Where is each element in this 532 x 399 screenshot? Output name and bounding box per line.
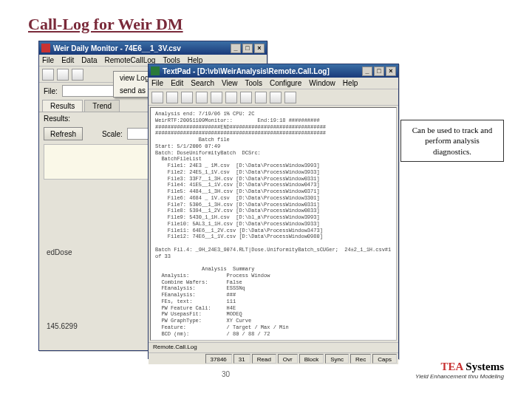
toolbar-icon[interactable] <box>284 92 296 103</box>
toolbar-icon[interactable] <box>181 92 193 103</box>
status-ovr: Ovr <box>278 354 298 364</box>
results-label: Results: <box>44 115 70 123</box>
footer-brand: TEA Systems Yield Enhancement thru Model… <box>415 361 504 380</box>
toolbar-icon[interactable] <box>166 92 178 103</box>
weir-lower-number: 145.6299 <box>47 322 78 330</box>
status-cell: 31 <box>233 354 250 364</box>
toolbar-icon[interactable] <box>211 92 222 103</box>
status-read: Read <box>252 354 276 364</box>
menu-edit[interactable]: Edit <box>171 79 183 87</box>
app-icon <box>41 44 50 52</box>
weir-titlebar[interactable]: Weir Daily Monitor - 74E6__1_3V.csv _ □ … <box>39 41 267 55</box>
textpad-toolbar <box>149 89 398 106</box>
toolbar-icon[interactable] <box>240 92 252 103</box>
brand-systems: Systems <box>463 361 504 372</box>
textpad-content[interactable]: Analysis end: 7/19/06 1% CPU: 2C WeirRTF… <box>150 107 397 341</box>
slide-title: Call-Log for Weir DM <box>28 15 183 34</box>
menu-data[interactable]: Data <box>81 56 97 64</box>
status-sync: Sync <box>325 354 349 364</box>
app-icon <box>151 66 160 75</box>
menu-view[interactable]: View <box>222 79 238 87</box>
weir-lower-text: edDose <box>47 248 72 256</box>
status-cell: 37846 <box>205 354 232 364</box>
menu-tools[interactable]: Tools <box>245 79 262 87</box>
menu-configure[interactable]: Configure <box>270 79 301 87</box>
status-block: Block <box>299 354 324 364</box>
menu-help[interactable]: Help <box>343 79 358 87</box>
textpad-window: TextPad - [D:\vb\WeirAnalysis\Remote.Cal… <box>148 64 399 359</box>
page-number: 30 <box>222 370 230 378</box>
textpad-menubar: File Edit Search View Tools Configure Wi… <box>149 78 398 89</box>
toolbar-icon[interactable] <box>225 92 237 103</box>
brand-tea: TEA <box>441 361 463 372</box>
brand-tagline: Yield Enhancement thru Modeling <box>415 373 504 380</box>
weir-title-text: Weir Daily Monitor - 74E6__1_3V.csv <box>53 44 181 52</box>
status-rec: Rec <box>350 354 371 364</box>
menu-window[interactable]: Window <box>309 79 335 87</box>
maximize-button[interactable]: □ <box>242 44 253 53</box>
minimize-button[interactable]: _ <box>362 66 372 76</box>
toolbar-icon[interactable] <box>72 69 83 81</box>
toolbar-icon[interactable] <box>270 92 282 103</box>
tab-trend[interactable]: Trend <box>84 100 120 112</box>
tab-results[interactable]: Results <box>42 100 83 112</box>
menu-file[interactable]: File <box>151 79 163 87</box>
toolbar-icon[interactable] <box>151 92 163 103</box>
close-button[interactable]: × <box>254 44 265 53</box>
toolbar-icon[interactable] <box>57 69 69 81</box>
textpad-statusbar: 37846 31 Read Ovr Block Sync Rec Caps <box>149 352 398 364</box>
textpad-title-text: TextPad - [D:\vb\WeirAnalysis\Remote.Cal… <box>163 67 330 75</box>
callout-box: Can be used to track and perform analysi… <box>400 120 504 162</box>
scale-label: Scale: <box>102 130 123 138</box>
menu-edit[interactable]: Edit <box>61 56 74 64</box>
refresh-button[interactable]: Refresh <box>44 127 83 140</box>
status-caps: Caps <box>372 354 397 364</box>
menu-file[interactable]: File <box>42 56 54 64</box>
close-button[interactable]: × <box>386 66 396 76</box>
textpad-titlebar[interactable]: TextPad - [D:\vb\WeirAnalysis\Remote.Cal… <box>149 64 398 78</box>
toolbar-icon[interactable] <box>255 92 267 103</box>
toolbar-icon[interactable] <box>196 92 208 103</box>
minimize-button[interactable]: _ <box>231 44 241 53</box>
file-label: File: <box>44 87 58 95</box>
maximize-button[interactable]: □ <box>374 66 384 76</box>
menu-search[interactable]: Search <box>191 79 214 87</box>
textpad-doc-tab[interactable]: Remote.Call.Log <box>149 342 398 352</box>
toolbar-icon[interactable] <box>42 69 54 81</box>
